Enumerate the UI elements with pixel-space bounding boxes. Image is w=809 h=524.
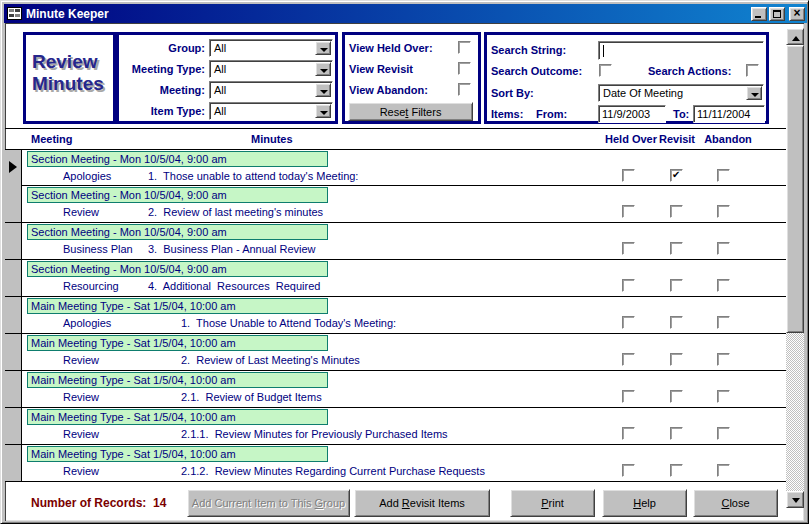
chevron-down-icon[interactable] [746,86,762,100]
revisit-checkbox[interactable] [670,242,683,255]
record-selector[interactable] [5,334,22,370]
titlebar[interactable]: Minute Keeper × [4,4,807,23]
meeting-field[interactable]: Section Meeting - Mon 10/5/04, 9:00 am [27,187,328,203]
table-row[interactable]: Main Meeting Type - Sat 1/5/04, 10:00 am… [5,445,787,482]
minimize-button[interactable] [751,7,767,21]
held-over-checkbox[interactable] [622,316,635,329]
table-row[interactable]: Section Meeting - Mon 10/5/04, 9:00 am R… [5,186,787,223]
group-combobox[interactable]: All [209,39,333,57]
held-over-checkbox[interactable] [622,464,635,477]
table-row[interactable]: Section Meeting - Mon 10/5/04, 9:00 am R… [5,260,787,297]
meeting-field[interactable]: Main Meeting Type - Sat 1/5/04, 10:00 am [27,335,328,351]
scroll-up-button[interactable] [786,28,804,45]
sort-by-combobox[interactable]: Date Of Meeting [598,84,764,102]
minutes-text[interactable]: 1. Those unable to attend today's Meetin… [148,170,358,182]
held-over-checkbox[interactable] [622,242,635,255]
revisit-checkbox[interactable] [670,464,683,477]
item-type-value: Apologies [63,170,111,182]
revisit-checkbox[interactable] [670,279,683,292]
record-selector[interactable] [5,445,22,481]
table-row[interactable]: Main Meeting Type - Sat 1/5/04, 10:00 am… [5,408,787,445]
meeting-field[interactable]: Section Meeting - Mon 10/5/04, 9:00 am [27,151,328,167]
record-selector[interactable] [5,297,22,333]
revisit-checkbox[interactable] [670,205,683,218]
abandon-checkbox[interactable] [717,205,730,218]
meeting-field[interactable]: Main Meeting Type - Sat 1/5/04, 10:00 am [27,446,328,462]
meeting-type-label: Meeting Type: [119,63,205,75]
abandon-checkbox[interactable] [717,169,730,182]
held-over-checkbox[interactable] [622,169,635,182]
search-outcome-checkbox[interactable] [599,64,612,77]
held-over-checkbox[interactable] [622,279,635,292]
item-type-combobox[interactable]: All [209,102,333,120]
item-type-value: Review [63,206,99,218]
minutes-text[interactable]: 2. Review of last meeting's minutes [148,206,323,218]
abandon-checkbox[interactable] [717,279,730,292]
minutes-text[interactable]: 2.1.1. Review Minutes for Previously Pur… [181,428,448,440]
minutes-text[interactable]: 4. Additional Resources Required [148,280,320,292]
record-selector[interactable] [5,150,22,186]
chevron-down-icon[interactable] [315,62,331,76]
record-selector[interactable] [5,371,22,407]
held-over-checkbox[interactable] [622,427,635,440]
view-held-over-checkbox[interactable] [458,41,471,54]
record-selector[interactable] [5,260,22,296]
meeting-type-combobox[interactable]: All [209,60,333,78]
minutes-text[interactable]: 2.1.2. Review Minutes Regarding Current … [181,465,485,477]
abandon-checkbox[interactable] [717,353,730,366]
revisit-checkbox[interactable] [670,169,683,182]
minutes-text[interactable]: 2. Review of Last Meeting's Minutes [181,354,360,366]
meeting-combobox[interactable]: All [209,81,333,99]
view-abandon-checkbox[interactable] [458,83,471,96]
scrollbar-thumb[interactable] [786,45,804,333]
abandon-checkbox[interactable] [717,242,730,255]
abandon-checkbox[interactable] [717,316,730,329]
table-row[interactable]: Section Meeting - Mon 10/5/04, 9:00 am B… [5,223,787,260]
abandon-checkbox[interactable] [717,464,730,477]
abandon-checkbox[interactable] [717,427,730,440]
minutes-text[interactable]: 1. Those Unable to Attend Today's Meetin… [181,317,396,329]
table-row[interactable]: Main Meeting Type - Sat 1/5/04, 10:00 am… [5,371,787,408]
held-over-checkbox[interactable] [622,205,635,218]
abandon-checkbox[interactable] [717,390,730,403]
meeting-field[interactable]: Main Meeting Type - Sat 1/5/04, 10:00 am [27,298,328,314]
chevron-down-icon[interactable] [315,83,331,97]
search-actions-checkbox[interactable] [746,64,759,77]
group-value: All [214,42,226,54]
table-row[interactable]: Main Meeting Type - Sat 1/5/04, 10:00 am… [5,297,787,334]
record-selector[interactable] [5,186,22,222]
reset-filters-button[interactable]: Reset Filters [348,102,473,121]
view-revisit-checkbox[interactable] [458,62,471,75]
revisit-checkbox[interactable] [670,427,683,440]
column-header-abandon: Abandon [702,133,754,145]
revisit-checkbox[interactable] [670,353,683,366]
meeting-field[interactable]: Main Meeting Type - Sat 1/5/04, 10:00 am [27,372,328,388]
meeting-field[interactable]: Main Meeting Type - Sat 1/5/04, 10:00 am [27,409,328,425]
chevron-down-icon[interactable] [315,41,331,55]
revisit-checkbox[interactable] [670,316,683,329]
maximize-button[interactable] [769,7,785,21]
minutes-text[interactable]: 2.1. Review of Budget Items [181,391,322,403]
search-string-input[interactable] [598,41,764,60]
table-row[interactable]: Section Meeting - Mon 10/5/04, 9:00 am A… [5,149,787,186]
close-button[interactable]: × [789,7,805,21]
item-type-value: Review [63,354,99,366]
scroll-down-button[interactable] [786,491,804,508]
record-selector[interactable] [5,223,22,259]
items-to-input[interactable] [693,105,765,123]
help-button[interactable]: Help [602,489,687,517]
record-selector[interactable] [5,408,22,444]
chevron-down-icon[interactable] [315,104,331,118]
held-over-checkbox[interactable] [622,390,635,403]
items-from-input[interactable] [598,105,666,123]
revisit-checkbox[interactable] [670,390,683,403]
table-row[interactable]: Main Meeting Type - Sat 1/5/04, 10:00 am… [5,334,787,371]
meeting-field[interactable]: Section Meeting - Mon 10/5/04, 9:00 am [27,261,328,277]
print-button[interactable]: Print [510,489,595,517]
meeting-field[interactable]: Section Meeting - Mon 10/5/04, 9:00 am [27,224,328,240]
close-form-button[interactable]: Close [693,489,778,517]
held-over-checkbox[interactable] [622,353,635,366]
add-revisit-items-button[interactable]: Add Revisit Items [354,489,490,517]
current-record-arrow [9,161,17,173]
minutes-text[interactable]: 3. Business Plan - Annual Review [148,243,316,255]
